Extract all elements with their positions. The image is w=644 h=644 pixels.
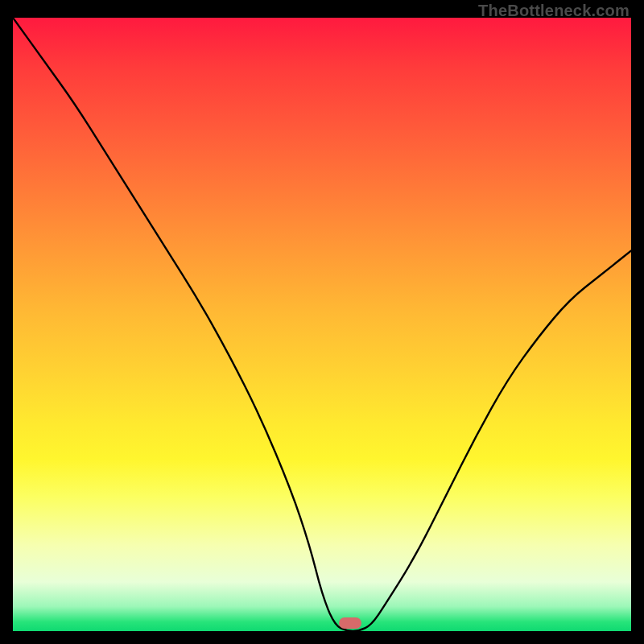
optimal-marker xyxy=(339,617,361,629)
plot-area xyxy=(13,18,631,631)
bottleneck-curve xyxy=(13,18,631,631)
chart-frame: TheBottleneck.com xyxy=(0,0,644,644)
watermark-text: TheBottleneck.com xyxy=(478,2,630,20)
